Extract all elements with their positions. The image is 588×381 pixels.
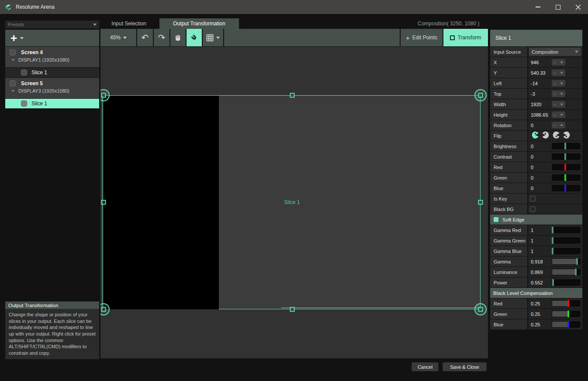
tab-output-transformation-label: Output Transformation bbox=[173, 21, 225, 27]
pan-tool-button[interactable] bbox=[170, 29, 186, 46]
value-slider[interactable] bbox=[552, 311, 581, 317]
edge-handle[interactable] bbox=[478, 307, 483, 312]
edit-points-button[interactable]: + Edit Points bbox=[401, 29, 443, 46]
maximize-button[interactable] bbox=[548, 0, 568, 14]
value-stepper[interactable]: -+ bbox=[552, 69, 565, 76]
value-slider[interactable] bbox=[552, 258, 581, 265]
slider-thumb[interactable] bbox=[564, 174, 566, 181]
value-slider[interactable] bbox=[552, 248, 581, 254]
edge-handle[interactable] bbox=[101, 200, 106, 205]
slider-thumb[interactable] bbox=[564, 153, 566, 160]
stepper-plus-button[interactable]: + bbox=[560, 123, 563, 128]
value-slider[interactable] bbox=[552, 237, 581, 244]
output-canvas[interactable]: Slice 1 bbox=[100, 47, 488, 358]
slice-item[interactable]: Slice 1 bbox=[5, 99, 99, 108]
value-stepper[interactable]: -+ bbox=[552, 122, 565, 128]
stepper-plus-button[interactable]: + bbox=[560, 113, 563, 117]
value-stepper[interactable]: -+ bbox=[552, 90, 565, 97]
property-label: Red bbox=[490, 298, 527, 308]
screen-enable-checkbox[interactable] bbox=[10, 80, 16, 87]
slice-enable-checkbox[interactable] bbox=[21, 100, 27, 107]
tab-input-selection[interactable]: Input Selection bbox=[102, 18, 156, 29]
is-key-checkbox[interactable] bbox=[530, 196, 536, 201]
property-label: Gamma Blue bbox=[490, 246, 527, 256]
stepper-plus-button[interactable]: + bbox=[560, 60, 563, 65]
flip-both-icon[interactable] bbox=[563, 132, 570, 140]
tab-output-transformation[interactable]: Output Transformation bbox=[159, 18, 239, 29]
snap-tool-button[interactable] bbox=[187, 29, 202, 46]
black-bg-checkbox[interactable] bbox=[530, 206, 536, 212]
value-slider[interactable] bbox=[552, 164, 581, 170]
value-stepper[interactable]: -+ bbox=[552, 59, 565, 66]
slider-thumb[interactable] bbox=[552, 237, 553, 244]
value-slider[interactable] bbox=[552, 185, 581, 191]
value-slider[interactable] bbox=[552, 300, 581, 307]
screen-item[interactable]: Screen 4DISPLAY1 (1920x1080) bbox=[5, 47, 99, 67]
stepper-minus-button[interactable]: - bbox=[554, 123, 555, 128]
value-stepper[interactable]: -+ bbox=[552, 80, 565, 87]
minimize-button[interactable] bbox=[528, 0, 548, 14]
edge-handle[interactable] bbox=[290, 93, 294, 98]
flip-horizontal-icon[interactable] bbox=[542, 132, 549, 140]
input-source-dropdown[interactable]: Composition bbox=[529, 48, 581, 56]
property-row: Power0.552 bbox=[490, 277, 582, 287]
slider-thumb[interactable] bbox=[564, 143, 566, 149]
value-slider[interactable] bbox=[552, 269, 581, 275]
section-enable-checkbox[interactable] bbox=[493, 217, 499, 222]
stepper-minus-button[interactable]: - bbox=[554, 113, 555, 117]
expand-triangle-icon[interactable] bbox=[11, 59, 15, 61]
flip-none-icon[interactable] bbox=[532, 132, 539, 140]
edge-handle[interactable] bbox=[290, 307, 294, 312]
close-button[interactable] bbox=[568, 0, 588, 14]
stepper-plus-button[interactable]: + bbox=[560, 81, 563, 86]
slider-thumb[interactable] bbox=[575, 269, 577, 275]
section-title: Soft Edge bbox=[502, 217, 525, 222]
grid-options-dropdown[interactable] bbox=[203, 29, 223, 46]
undo-button[interactable]: ↶ bbox=[137, 29, 153, 46]
slider-thumb[interactable] bbox=[564, 185, 566, 191]
property-value: 0 bbox=[531, 165, 552, 170]
edge-handle[interactable] bbox=[478, 200, 483, 205]
zoom-level-dropdown[interactable]: 45% bbox=[100, 29, 136, 46]
screen-enable-checkbox[interactable] bbox=[10, 49, 16, 55]
stepper-minus-button[interactable]: - bbox=[554, 81, 555, 86]
stepper-minus-button[interactable]: - bbox=[554, 71, 555, 75]
slider-thumb[interactable] bbox=[567, 321, 569, 328]
slice-enable-checkbox[interactable] bbox=[21, 69, 27, 76]
slice-item[interactable]: Slice 1 bbox=[5, 68, 99, 77]
redo-button[interactable]: ↷ bbox=[154, 29, 169, 46]
slider-thumb[interactable] bbox=[564, 164, 566, 170]
slider-thumb[interactable] bbox=[567, 300, 569, 307]
stepper-minus-button[interactable]: - bbox=[554, 60, 555, 65]
save-close-button[interactable]: Save & Close bbox=[443, 362, 487, 371]
slider-thumb[interactable] bbox=[552, 227, 553, 233]
value-stepper[interactable]: -+ bbox=[552, 111, 565, 118]
slider-thumb[interactable] bbox=[576, 258, 578, 265]
value-slider[interactable] bbox=[552, 153, 581, 160]
add-screen-button[interactable]: + bbox=[5, 30, 99, 46]
cancel-button[interactable]: Cancel bbox=[412, 362, 439, 371]
presets-dropdown[interactable]: Presets bbox=[5, 21, 99, 28]
value-stepper[interactable]: -+ bbox=[552, 101, 565, 107]
stepper-plus-button[interactable]: + bbox=[560, 102, 563, 107]
slider-thumb[interactable] bbox=[567, 311, 569, 317]
value-slider[interactable] bbox=[552, 279, 581, 286]
edge-handle[interactable] bbox=[101, 93, 106, 98]
stepper-plus-button[interactable]: + bbox=[560, 92, 563, 96]
transform-button[interactable]: Transform bbox=[443, 29, 488, 46]
property-value-cell: 0.25 bbox=[528, 298, 582, 308]
expand-triangle-icon[interactable] bbox=[11, 90, 15, 92]
stepper-minus-button[interactable]: - bbox=[554, 92, 555, 96]
slider-thumb[interactable] bbox=[552, 248, 553, 254]
flip-vertical-icon[interactable] bbox=[553, 132, 560, 140]
value-slider[interactable] bbox=[552, 321, 581, 328]
screen-item[interactable]: Screen 5DISPLAY3 (1920x1080) bbox=[5, 78, 99, 98]
value-slider[interactable] bbox=[552, 143, 581, 149]
stepper-minus-button[interactable]: - bbox=[554, 102, 555, 107]
value-slider[interactable] bbox=[552, 174, 581, 181]
value-slider[interactable] bbox=[552, 227, 581, 233]
edge-handle[interactable] bbox=[478, 93, 483, 98]
stepper-plus-button[interactable]: + bbox=[560, 71, 563, 75]
edge-handle[interactable] bbox=[101, 307, 106, 312]
slider-thumb[interactable] bbox=[552, 279, 554, 286]
